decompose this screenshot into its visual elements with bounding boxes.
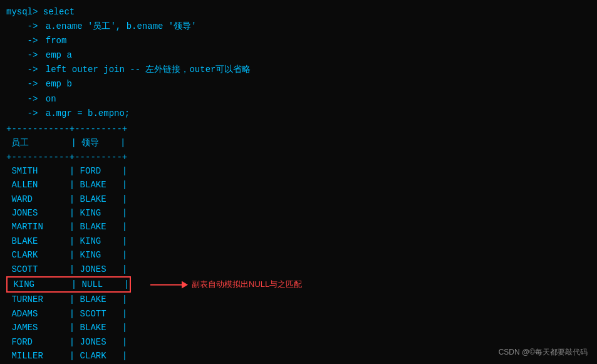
table-header: 员工 | 领导 | xyxy=(6,136,591,150)
col1: ADAMS | SCOTT | xyxy=(6,307,127,321)
col1: CLARK | KING | xyxy=(6,248,127,262)
arrow-prompt: -> xyxy=(6,50,43,60)
sql-line-8: -> a.mgr = b.empno; xyxy=(6,107,591,121)
sql-line-5: -> left outer join -- 左外链接，outer可以省略 xyxy=(6,63,591,77)
table-row: BLAKE | KING | xyxy=(6,234,591,248)
sql-table-b: emp b xyxy=(46,79,72,89)
arrow-prompt: -> xyxy=(6,94,43,104)
col1: TURNER | BLAKE | xyxy=(6,293,127,306)
arrow-head-icon xyxy=(182,281,188,288)
arrow-prompt: -> xyxy=(6,65,43,75)
table-row: SMITH | FORD | xyxy=(6,164,591,178)
col1: ALLEN | BLAKE | xyxy=(6,178,127,192)
table-row: TURNER | BLAKE | xyxy=(6,293,591,306)
table-row: SCOTT | JONES | xyxy=(6,263,591,276)
arrow-prompt: -> xyxy=(6,79,43,89)
sql-line-4: -> emp a xyxy=(6,48,591,63)
table-border-mid: +-----------+---------+ xyxy=(6,150,591,164)
col1: MILLER | CLARK | xyxy=(6,349,127,363)
table-border-top: +-----------+---------+ xyxy=(6,122,591,136)
table-row: JAMES | BLAKE | xyxy=(6,321,591,335)
sql-line-7: -> on xyxy=(6,92,591,107)
sql-join: left outer join -- 左外链接，outer可以省略 xyxy=(46,65,251,75)
table-row: JONES | KING | xyxy=(6,206,591,220)
sql-code-block: mysql> select -> a.ename '员工', b.ename '… xyxy=(6,5,591,121)
query-results-table: +-----------+---------+ 员工 | 领导 | +-----… xyxy=(6,122,591,363)
col1: BLAKE | KING | xyxy=(6,234,127,248)
sql-table-a: emp a xyxy=(46,50,72,60)
sql-line-1: mysql> select xyxy=(6,5,591,19)
sql-select: select xyxy=(43,7,75,17)
table-row: ALLEN | BLAKE | xyxy=(6,178,591,192)
sql-on: on xyxy=(46,94,56,104)
col1: FORD | JONES | xyxy=(6,335,127,349)
sql-from: from xyxy=(46,36,67,46)
col1: WARD | BLAKE | xyxy=(6,192,127,206)
arrow-prompt: -> xyxy=(6,21,43,31)
col1: JAMES | BLAKE | xyxy=(6,321,127,335)
sql-columns: a.ename '员工', b.ename '领导' xyxy=(46,21,197,31)
sql-line-3: -> from xyxy=(6,34,591,48)
col1: SMITH | FORD | xyxy=(6,164,127,178)
table-row: WARD | BLAKE | xyxy=(6,192,591,206)
table-row: MARTIN | BLAKE | xyxy=(6,220,591,234)
highlighted-table-row: KING | NULL | 副表自动模拟出NULL与之匹配 xyxy=(6,276,591,293)
col1: MARTIN | BLAKE | xyxy=(6,220,127,234)
annotation-label: 副表自动模拟出NULL与之匹配 xyxy=(192,278,302,291)
table-row: ADAMS | SCOTT | xyxy=(6,307,591,321)
table-row: CLARK | KING | xyxy=(6,248,591,262)
arrow-shaft xyxy=(150,284,182,285)
col1: JONES | KING | xyxy=(6,206,127,220)
terminal-window: mysql> select -> a.ename '员工', b.ename '… xyxy=(0,0,597,364)
prompt: mysql> xyxy=(6,7,43,17)
null-row-highlight: KING | NULL | xyxy=(6,276,131,293)
sql-line-6: -> emp b xyxy=(6,77,591,91)
sql-condition: a.mgr = b.empno; xyxy=(46,108,130,118)
col1: SCOTT | JONES | xyxy=(6,263,127,276)
arrow-prompt: -> xyxy=(6,36,43,46)
null-annotation: 副表自动模拟出NULL与之匹配 xyxy=(150,278,302,291)
arrow-prompt: -> xyxy=(6,108,43,118)
footer-attribution: CSDN @©每天都要敲代码 xyxy=(499,347,588,358)
footer-text: CSDN @©每天都要敲代码 xyxy=(499,348,588,356)
sql-line-2: -> a.ename '员工', b.ename '领导' xyxy=(6,19,591,34)
